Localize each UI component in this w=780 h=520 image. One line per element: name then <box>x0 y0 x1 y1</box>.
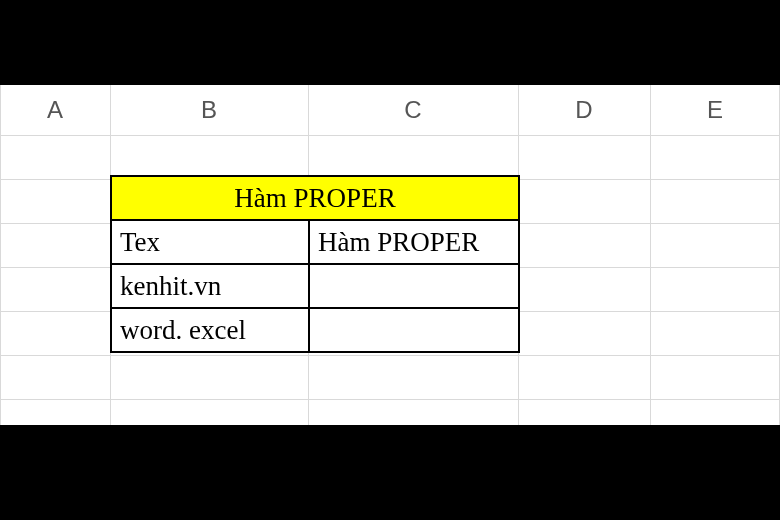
gridline-vertical <box>650 85 651 425</box>
gridline-vertical <box>0 85 1 425</box>
grid[interactable]: A B C D E Hàm PROPER Tex Hàm PROPER kenh… <box>0 85 780 425</box>
gridline-horizontal <box>0 399 780 400</box>
column-header-E[interactable]: E <box>650 85 780 135</box>
cell-data-result[interactable] <box>309 308 519 352</box>
spreadsheet-area: A B C D E Hàm PROPER Tex Hàm PROPER kenh… <box>0 85 780 425</box>
cell-data-result[interactable] <box>309 264 519 308</box>
column-header-A[interactable]: A <box>0 85 110 135</box>
column-header-C[interactable]: C <box>308 85 518 135</box>
gridline-horizontal <box>0 355 780 356</box>
gridline-horizontal <box>0 135 780 136</box>
cell-title-merged[interactable]: Hàm PROPER <box>111 176 519 220</box>
column-header-D[interactable]: D <box>518 85 650 135</box>
cell-header-right[interactable]: Hàm PROPER <box>309 220 519 264</box>
column-header-B[interactable]: B <box>110 85 308 135</box>
cell-header-left[interactable]: Tex <box>111 220 309 264</box>
cell-data-text[interactable]: kenhit.vn <box>111 264 309 308</box>
data-table: Hàm PROPER Tex Hàm PROPER kenhit.vn word… <box>110 175 520 353</box>
cell-data-text[interactable]: word. excel <box>111 308 309 352</box>
